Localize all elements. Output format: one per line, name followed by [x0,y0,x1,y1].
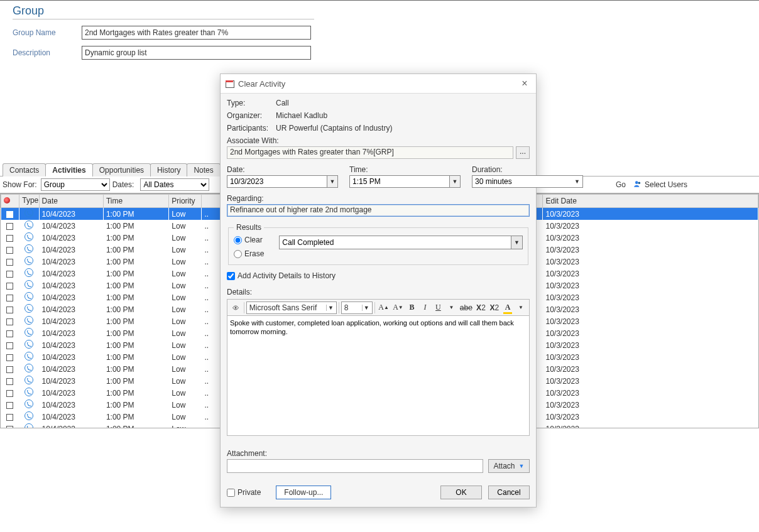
row-checkbox[interactable] [6,342,13,349]
go-link[interactable]: Go [616,180,626,189]
tab-activities[interactable]: Activities [45,163,92,176]
row-checkbox[interactable] [6,247,13,254]
duration-dropdown-icon[interactable]: ▼ [572,176,582,187]
call-icon [25,304,33,313]
row-checkbox[interactable] [6,271,13,278]
row-date: 10/4/2023 [39,244,103,256]
date-dropdown-icon[interactable]: ▼ [327,176,337,187]
time-combo[interactable]: ▼ [349,175,461,188]
erase-radio[interactable] [234,250,242,258]
tab-opportunities[interactable]: Opportunities [92,163,151,176]
col-type[interactable]: Type [19,195,39,208]
row-editdate: 10/3/2023 [543,291,758,303]
font-size-combo[interactable]: 8 ▼ [341,301,373,314]
tab-history[interactable]: History [150,163,187,176]
tab-notes[interactable]: Notes [187,163,220,176]
row-time: 1:00 PM [103,268,168,280]
private-checkbox[interactable] [227,489,235,497]
row-checkbox[interactable] [6,426,13,428]
type-value: Call [276,99,289,107]
row-checkbox[interactable] [6,211,13,218]
date-input[interactable] [227,176,327,187]
col-priority[interactable]: Priority [169,195,202,208]
underline-dropdown-icon[interactable]: ▼ [445,301,457,314]
associate-input[interactable]: 2nd Mortgages with Rates greater than 7%… [227,146,513,159]
row-checkbox[interactable] [6,378,13,385]
erase-radio-item[interactable]: Erase [234,249,264,258]
date-combo[interactable]: ▼ [227,175,338,188]
row-priority: Low [169,268,202,280]
row-checkbox[interactable] [6,366,13,373]
row-date: 10/4/2023 [39,315,103,327]
col-time[interactable]: Time [103,195,168,208]
regarding-input[interactable]: Refinance out of higher rate 2nd mortgag… [227,204,530,217]
row-date: 10/4/2023 [39,351,103,363]
row-checkbox[interactable] [6,283,13,290]
col-flag[interactable] [1,195,19,208]
superscript-icon[interactable]: X2 [488,301,501,314]
font-color-icon[interactable]: A [501,301,514,314]
cancel-button[interactable]: Cancel [488,486,530,499]
row-checkbox[interactable] [6,223,13,230]
private-item[interactable]: Private [227,488,261,497]
row-priority: Low [169,387,202,399]
row-checkbox[interactable] [6,307,13,313]
row-checkbox[interactable] [6,330,13,337]
attach-button[interactable]: Attach ▼ [488,459,530,473]
tab-contacts[interactable]: Contacts [3,163,46,176]
call-icon [25,352,33,361]
strike-icon[interactable]: abe [458,301,474,314]
font-color-dropdown-icon[interactable]: ▼ [515,301,527,314]
row-editdate: 10/3/2023 [543,268,758,280]
type-label: Type: [227,99,276,107]
time-dropdown-icon[interactable]: ▼ [449,176,460,187]
row-checkbox[interactable] [6,259,13,266]
font-name-combo[interactable]: Microsoft Sans Serif ▼ [246,301,337,314]
col-editdate[interactable]: Edit Date [543,195,758,208]
result-input[interactable] [280,236,511,249]
add-history-checkbox[interactable] [227,272,235,280]
dates-select[interactable]: All Dates [140,178,209,191]
attachment-input[interactable] [227,459,483,473]
row-checkbox[interactable] [6,318,13,325]
row-checkbox[interactable] [6,295,13,301]
row-checkbox[interactable] [6,354,13,361]
duration-combo[interactable]: ▼ [472,175,583,188]
row-checkbox[interactable] [6,414,13,421]
row-editdate: 10/3/2023 [543,399,758,411]
followup-button[interactable]: Follow-up... [276,486,331,499]
result-dropdown-icon[interactable]: ▼ [511,236,522,249]
close-button[interactable]: × [518,78,531,89]
col-date[interactable]: Date [39,195,103,208]
row-checkbox[interactable] [6,402,13,409]
details-textarea[interactable]: Spoke with customer, completed loan appl… [227,315,530,436]
associate-browse-button[interactable]: ... [516,146,530,159]
subscript-icon[interactable]: X2 [474,301,487,314]
font-increase-icon[interactable]: A▲ [377,301,391,314]
show-for-select[interactable]: Group [41,178,110,191]
row-date: 10/4/2023 [39,256,103,268]
row-date: 10/4/2023 [39,399,103,411]
clear-radio-item[interactable]: Clear [234,236,264,244]
result-combo[interactable]: ▼ [279,236,523,249]
italic-icon[interactable]: I [418,301,431,314]
font-decrease-icon[interactable]: A▼ [391,301,405,314]
row-editdate: 10/3/2023 [543,375,758,387]
row-checkbox[interactable] [6,390,13,397]
clear-radio[interactable] [234,236,242,244]
font-name-dropdown-icon[interactable]: ▼ [326,305,335,311]
duration-input[interactable] [472,176,572,187]
underline-icon[interactable]: U [432,301,444,314]
add-history-item[interactable]: Add Activity Details to History [227,271,530,280]
font-size-dropdown-icon[interactable]: ▼ [362,305,371,311]
bold-icon[interactable]: B [405,301,418,314]
row-checkbox[interactable] [6,235,13,242]
select-users-link[interactable]: Select Users [633,180,687,190]
preview-icon[interactable] [229,301,242,314]
ok-button[interactable]: OK [440,486,482,499]
row-priority: Low [169,315,202,327]
time-input[interactable] [350,176,449,187]
group-name-input[interactable]: 2nd Mortgages with Rates greater than 7% [82,26,311,40]
group-desc-input[interactable]: Dynamic group list [82,46,311,60]
organizer-label: Organizer: [227,111,276,120]
